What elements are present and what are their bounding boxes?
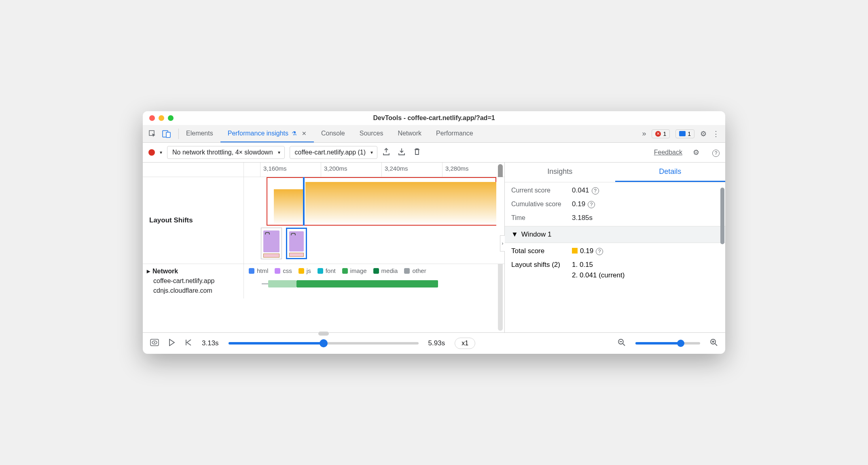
screenshot-thumb-active[interactable] [286, 228, 307, 259]
shift-item[interactable]: 1. 0.15 [572, 261, 719, 269]
legend-font: font [318, 267, 336, 274]
layout-shifts-body[interactable] [244, 177, 504, 264]
total-score-label: Total score [511, 247, 564, 255]
start-time: 3.13s [202, 339, 219, 347]
ruler-tick: 3,280ms [445, 165, 469, 172]
network-body: html css js font image media other [244, 264, 504, 298]
close-tab-icon[interactable]: ✕ [302, 130, 307, 137]
panel-settings-icon[interactable]: ⚙ [693, 148, 699, 157]
ruler-tick: 3,200ms [324, 165, 347, 172]
skip-back-icon[interactable] [185, 339, 192, 348]
main-content: 3,160ms 3,200ms 3,240ms 3,280ms Layout S… [143, 163, 725, 332]
legend-css: css [275, 267, 292, 274]
legend-image: image [342, 267, 367, 274]
expand-triangle-icon: ▸ [147, 267, 150, 275]
ruler-tick: 3,160ms [263, 165, 287, 172]
network-bar[interactable] [296, 280, 438, 287]
tab-label: Elements [186, 130, 213, 137]
throttling-value: No network throttling, 4× slowdown [172, 149, 273, 156]
kebab-menu-icon[interactable]: ⋮ [712, 129, 720, 138]
details-tabs: Insights Details [505, 163, 725, 182]
cumulative-score-label: Cumulative score [511, 200, 564, 208]
play-icon[interactable] [169, 339, 175, 348]
collapse-triangle-icon: ▼ [511, 230, 518, 239]
tab-sources[interactable]: Sources [352, 125, 391, 142]
playback-speed[interactable]: x1 [455, 338, 475, 349]
network-host[interactable]: coffee-cart.netlify.app [147, 277, 239, 285]
zoom-slider[interactable] [635, 342, 700, 345]
more-tabs-icon[interactable]: » [642, 129, 646, 138]
settings-gear-icon[interactable]: ⚙ [700, 129, 707, 138]
shift-item[interactable]: 2. 0.041 (current) [572, 271, 719, 279]
tab-console[interactable]: Console [314, 125, 352, 142]
delete-icon[interactable] [413, 148, 421, 158]
playhead[interactable] [303, 177, 305, 226]
messages-badge[interactable]: 1 [675, 129, 694, 138]
network-bar-light[interactable] [268, 280, 296, 287]
device-toggle-icon[interactable] [162, 130, 171, 138]
devtools-tabbar: Elements Performance insights ⚗ ✕ Consol… [143, 125, 725, 143]
panel-help-icon[interactable]: ? [710, 148, 720, 157]
tab-label: Sources [360, 130, 383, 137]
details-panel: › Insights Details Current score 0.041? … [505, 163, 725, 332]
feedback-link[interactable]: Feedback [654, 149, 682, 156]
screenshot-thumb[interactable] [261, 228, 282, 259]
record-options-caret[interactable]: ▾ [160, 150, 162, 155]
recording-value: coffee-cart.netlify.app (1) [295, 149, 366, 156]
score-color-icon [572, 248, 578, 254]
recording-select[interactable]: coffee-cart.netlify.app (1) [290, 146, 378, 159]
errors-count: 1 [663, 131, 666, 137]
help-icon[interactable]: ? [592, 187, 599, 194]
time-value: 3.185s [572, 214, 719, 222]
record-button[interactable] [148, 149, 155, 156]
window-section-header[interactable]: ▼ Window 1 [505, 226, 725, 243]
throttling-select[interactable]: No network throttling, 4× slowdown [167, 146, 285, 159]
layout-shifts-list: 1. 0.15 2. 0.041 (current) [572, 261, 719, 279]
legend-media: media [373, 267, 398, 274]
legend-js: js [299, 267, 311, 274]
help-icon[interactable]: ? [596, 248, 603, 255]
shift-region-2[interactable] [305, 182, 496, 225]
network-label[interactable]: ▸ Network [147, 267, 239, 275]
layout-shifts-row: Layout Shifts [143, 177, 504, 264]
preview-toggle-icon[interactable] [150, 339, 159, 348]
help-icon[interactable]: ? [588, 201, 595, 208]
import-icon[interactable] [398, 148, 406, 158]
timeline-ruler[interactable]: 3,160ms 3,200ms 3,240ms 3,280ms [143, 163, 504, 177]
layout-shifts-label: Layout Shifts [143, 177, 244, 264]
svg-point-5 [154, 342, 155, 343]
messages-count: 1 [688, 131, 691, 137]
cumulative-score-value: 0.19? [572, 200, 719, 208]
zoom-out-icon[interactable] [618, 338, 626, 349]
legend-other: other [404, 267, 426, 274]
tab-label: Console [321, 130, 345, 137]
legend-html: html [249, 267, 268, 274]
ruler-tick: 3,240ms [385, 165, 408, 172]
network-legend: html css js font image media other [249, 267, 500, 274]
network-host[interactable]: cdnjs.cloudflare.com [147, 287, 239, 294]
window-title: DevTools - coffee-cart.netlify.app/?ad=1 [143, 114, 725, 122]
collapse-panel-icon[interactable]: › [500, 235, 505, 252]
network-bar-tail [262, 283, 268, 284]
inspect-element-icon[interactable] [148, 130, 157, 138]
tab-performance[interactable]: Performance [429, 125, 481, 142]
tab-network[interactable]: Network [390, 125, 429, 142]
export-icon[interactable] [382, 148, 390, 158]
resize-handle[interactable] [318, 332, 329, 336]
zoom-in-icon[interactable] [710, 338, 718, 349]
current-score-label: Current score [511, 186, 564, 194]
layout-shifts-count-label: Layout shifts (2) [511, 261, 564, 279]
time-label: Time [511, 214, 564, 222]
shift-region-1[interactable] [274, 189, 304, 225]
tab-insights[interactable]: Insights [505, 163, 615, 182]
time-slider[interactable] [229, 342, 419, 345]
errors-badge[interactable]: ✕ 1 [652, 129, 670, 138]
tab-label: Performance [436, 130, 473, 137]
tab-details[interactable]: Details [615, 163, 726, 182]
playback-footer: 3.13s 5.93s x1 [143, 332, 725, 354]
tab-performance-insights[interactable]: Performance insights ⚗ ✕ [220, 125, 314, 142]
error-dot-icon: ✕ [655, 131, 661, 137]
timeline-panel: 3,160ms 3,200ms 3,240ms 3,280ms Layout S… [143, 163, 505, 332]
details-scrollbar[interactable] [720, 188, 724, 244]
tab-elements[interactable]: Elements [179, 125, 220, 142]
